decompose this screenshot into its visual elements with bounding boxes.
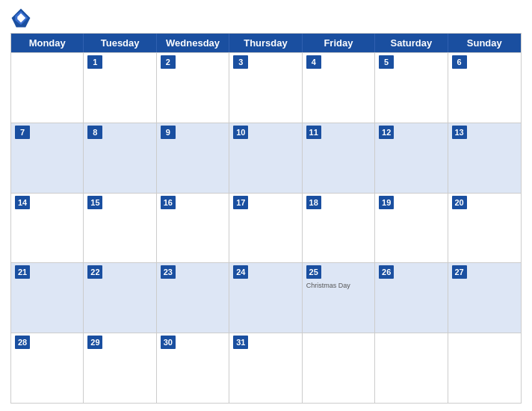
calendar-cell: 29 bbox=[84, 333, 156, 403]
calendar-week-3: 14151617181920 bbox=[11, 193, 521, 263]
calendar-cell: 20 bbox=[448, 194, 521, 263]
day-number: 6 bbox=[452, 55, 467, 69]
day-number: 16 bbox=[161, 196, 176, 209]
calendar-cell: 5 bbox=[375, 53, 448, 123]
calendar-cell: 24 bbox=[229, 263, 302, 333]
day-number: 27 bbox=[452, 265, 467, 279]
day-number: 15 bbox=[87, 196, 102, 209]
header-monday: Monday bbox=[11, 34, 84, 52]
calendar-cell: 13 bbox=[448, 123, 521, 193]
day-number: 8 bbox=[87, 126, 102, 139]
day-number: 4 bbox=[306, 55, 321, 69]
calendar-cell: 15 bbox=[84, 194, 156, 263]
calendar-cell bbox=[11, 53, 84, 123]
day-number: 24 bbox=[233, 265, 248, 279]
calendar-cell: 28 bbox=[11, 333, 84, 403]
day-number: 12 bbox=[379, 126, 394, 139]
day-number: 22 bbox=[87, 265, 102, 279]
page-header bbox=[10, 7, 522, 28]
day-number: 28 bbox=[15, 336, 30, 349]
calendar-cell: 31 bbox=[229, 333, 302, 403]
calendar-cell: 25Christmas Day bbox=[303, 263, 375, 333]
calendar-cell: 8 bbox=[84, 123, 156, 193]
calendar-cell: 22 bbox=[84, 263, 156, 333]
calendar-cell: 11 bbox=[303, 123, 375, 193]
header-wednesday: Wednesday bbox=[157, 34, 229, 52]
day-number: 13 bbox=[452, 126, 467, 139]
day-number: 30 bbox=[161, 336, 176, 349]
day-number: 31 bbox=[233, 336, 248, 349]
day-number: 21 bbox=[15, 265, 30, 279]
header-saturday: Saturday bbox=[375, 34, 448, 52]
calendar-week-1: 123456 bbox=[11, 52, 521, 123]
calendar-cell: 16 bbox=[157, 194, 229, 263]
calendar-week-5: 28293031 bbox=[11, 333, 521, 403]
calendar-week-2: 78910111213 bbox=[11, 123, 521, 193]
calendar-cell: 3 bbox=[229, 53, 302, 123]
calendar-week-4: 2122232425Christmas Day2627 bbox=[11, 262, 521, 333]
calendar-cell: 1 bbox=[84, 53, 156, 123]
day-number: 23 bbox=[161, 265, 176, 279]
logo-area bbox=[10, 7, 34, 28]
header-friday: Friday bbox=[303, 34, 375, 52]
day-number: 14 bbox=[15, 196, 30, 209]
calendar-cell: 9 bbox=[157, 123, 229, 193]
calendar-cell: 30 bbox=[157, 333, 229, 403]
logo-icon bbox=[10, 7, 31, 28]
calendar-body: 1234567891011121314151617181920212223242… bbox=[11, 52, 521, 403]
day-number: 3 bbox=[233, 55, 248, 69]
calendar-cell: 21 bbox=[11, 263, 84, 333]
day-number: 7 bbox=[15, 126, 30, 139]
header-thursday: Thursday bbox=[229, 34, 302, 52]
calendar-cell: 27 bbox=[448, 263, 521, 333]
day-number: 20 bbox=[452, 196, 467, 209]
day-number: 2 bbox=[161, 55, 176, 69]
day-number: 5 bbox=[379, 55, 394, 69]
calendar-cell: 12 bbox=[375, 123, 448, 193]
calendar-header-row: Monday Tuesday Wednesday Thursday Friday… bbox=[11, 34, 521, 52]
calendar-cell: 2 bbox=[157, 53, 229, 123]
header-tuesday: Tuesday bbox=[84, 34, 156, 52]
calendar-page: Monday Tuesday Wednesday Thursday Friday… bbox=[0, 0, 532, 411]
day-number: 25 bbox=[306, 265, 321, 279]
calendar-cell bbox=[375, 333, 448, 403]
day-number: 1 bbox=[87, 55, 102, 69]
calendar-cell: 26 bbox=[375, 263, 448, 333]
calendar-cell bbox=[303, 333, 375, 403]
calendar-cell: 10 bbox=[229, 123, 302, 193]
calendar-cell: 23 bbox=[157, 263, 229, 333]
calendar-cell bbox=[448, 333, 521, 403]
day-number: 18 bbox=[306, 196, 321, 209]
day-number: 26 bbox=[379, 265, 394, 279]
day-number: 29 bbox=[87, 336, 102, 349]
calendar-cell: 14 bbox=[11, 194, 84, 263]
calendar-cell: 4 bbox=[303, 53, 375, 123]
calendar-cell: 19 bbox=[375, 194, 448, 263]
day-number: 10 bbox=[233, 126, 248, 139]
day-number: 11 bbox=[306, 126, 321, 139]
calendar-cell: 17 bbox=[229, 194, 302, 263]
day-number: 19 bbox=[379, 196, 394, 209]
day-event: Christmas Day bbox=[306, 282, 371, 290]
calendar-grid: Monday Tuesday Wednesday Thursday Friday… bbox=[10, 33, 522, 404]
day-number: 9 bbox=[161, 126, 176, 139]
header-sunday: Sunday bbox=[448, 34, 521, 52]
day-number: 17 bbox=[233, 196, 248, 209]
calendar-cell: 7 bbox=[11, 123, 84, 193]
calendar-cell: 6 bbox=[448, 53, 521, 123]
calendar-cell: 18 bbox=[303, 194, 375, 263]
